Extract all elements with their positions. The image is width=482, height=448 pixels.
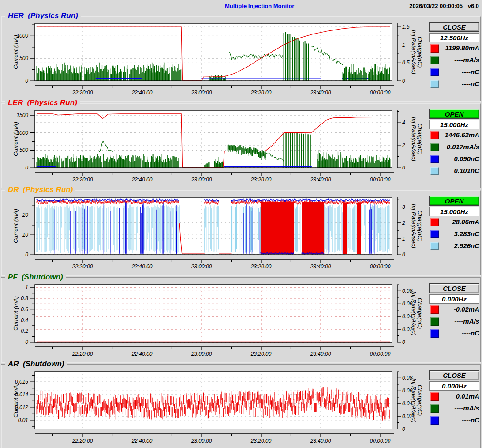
svg-text:0: 0: [402, 78, 405, 84]
svg-text:23:40:00: 23:40:00: [310, 351, 331, 357]
ar-blue-value: ----nC: [462, 416, 479, 424]
dr-injection-frequency-field[interactable]: 15.000Hz: [429, 207, 479, 216]
svg-text:00:00:00: 00:00:00: [370, 90, 391, 96]
her-gate-status-button[interactable]: CLOSE: [429, 22, 479, 32]
ler-chart: 05001000150002422:20:0022:40:0023:00:002…: [2, 104, 426, 185]
svg-text:Inj Rate(mA/sec): Inj Rate(mA/sec): [411, 291, 417, 336]
svg-text:22:20:00: 22:20:00: [72, 264, 93, 270]
dr-gate-status-button[interactable]: OPEN: [429, 196, 479, 206]
panel-pf: PF (Shutdown)00.20.40.60.8100.020.040.06…: [1, 277, 481, 363]
red-swatch-icon: [430, 131, 439, 139]
svg-text:23:40:00: 23:40:00: [310, 90, 331, 96]
svg-text:22:40:00: 22:40:00: [131, 90, 153, 96]
svg-text:22:40:00: 22:40:00: [131, 264, 153, 270]
ar-chart-svg: 0.010.0120.0140.01600.020.040.060.0822:2…: [2, 365, 426, 446]
svg-text:Charge(nC): Charge(nC): [417, 298, 423, 329]
green-swatch-icon: [430, 317, 439, 326]
ler-injection-frequency-field[interactable]: 15.000Hz: [429, 120, 479, 129]
dr-lightblue-value: 2.926nC: [454, 242, 479, 249]
svg-text:1500: 1500: [16, 112, 28, 118]
ar-legend-row-blue: ----nC: [429, 416, 480, 425]
svg-text:Current (mA): Current (mA): [12, 296, 19, 331]
ar-legend-row-green: ----mA/s: [429, 404, 480, 413]
her-blue-value: ----nC: [462, 68, 479, 75]
svg-text:22:40:00: 22:40:00: [131, 177, 153, 183]
blue-swatch-icon: [430, 155, 439, 163]
ar-gate-status-button[interactable]: CLOSE: [429, 370, 479, 380]
her-lightblue-value: ----nC: [462, 80, 479, 87]
svg-text:22:40:00: 22:40:00: [131, 351, 153, 357]
red-swatch-icon: [430, 218, 439, 226]
svg-text:00:00:00: 00:00:00: [370, 438, 391, 444]
pf-gate-status-button[interactable]: CLOSE: [429, 283, 479, 293]
green-swatch-icon: [430, 143, 439, 151]
svg-text:0.4: 0.4: [21, 317, 28, 324]
svg-text:0: 0: [25, 78, 28, 84]
svg-text:Inj Rate(mA/sec): Inj Rate(mA/sec): [411, 204, 417, 248]
panel-her: HER (Physics Run)0500100000.511.522:20:0…: [1, 16, 481, 102]
ler-legend-row-lightblue: 0.101nC: [429, 167, 480, 175]
pf-blue-value: ----nC: [462, 329, 479, 337]
dr-red-value: 28.06mA: [452, 218, 479, 226]
ler-red-value: 1446.62mA: [445, 131, 479, 139]
app-title: Multiple Injection Monitor: [225, 3, 294, 9]
svg-text:00:00:00: 00:00:00: [370, 177, 391, 183]
pf-chart-svg: 00.20.40.60.8100.020.040.060.0822:20:002…: [2, 278, 426, 359]
header-datetime-version: 2026/03/22 00:00:05 v6.0: [406, 3, 479, 9]
ler-legend-row-green: 0.017mA/s: [429, 143, 480, 151]
svg-text:23:20:00: 23:20:00: [250, 90, 272, 96]
ler-legend-row-blue: 0.090nC: [429, 155, 480, 163]
ler-legend-row-red: 1446.62mA: [429, 131, 480, 139]
ar-red-value: 0.01mA: [456, 392, 479, 400]
ar-injection-frequency-field[interactable]: 0.000Hz: [429, 381, 479, 391]
pf-legend-row-green: ----mA/s: [429, 317, 480, 326]
her-green-value: ----mA/s: [454, 56, 479, 64]
pf-red-value: -0.02mA: [454, 305, 479, 313]
svg-text:Charge(nC): Charge(nC): [417, 37, 423, 68]
svg-text:23:00:00: 23:00:00: [191, 177, 212, 183]
pf-injection-frequency-field[interactable]: 0.000Hz: [429, 294, 479, 304]
dr-chart-svg: 01020012322:20:0022:40:0023:00:0023:20:0…: [2, 191, 426, 272]
pf-legend-row-blue: ----nC: [429, 329, 480, 338]
header-version: v6.0: [468, 3, 479, 9]
svg-text:23:20:00: 23:20:00: [250, 177, 272, 183]
svg-text:22:20:00: 22:20:00: [72, 90, 93, 96]
her-legend-row-blue: ----nC: [429, 68, 480, 76]
svg-text:23:00:00: 23:00:00: [191, 264, 212, 270]
panel-ler: LER (Physics Run)05001000150002422:20:00…: [1, 103, 481, 188]
ler-lightblue-value: 0.101nC: [454, 167, 479, 174]
ler-panel-title: LER (Physics Run): [5, 98, 80, 107]
svg-text:0.8: 0.8: [21, 295, 28, 301]
her-red-value: 1199.80mA: [445, 44, 479, 52]
svg-text:0.5: 0.5: [402, 60, 410, 66]
svg-text:22:20:00: 22:20:00: [72, 438, 93, 444]
svg-text:500: 500: [19, 55, 28, 61]
injection-monitor-window: Multiple Injection Monitor 2026/03/22 00…: [0, 0, 482, 448]
her-injection-frequency-field[interactable]: 12.500Hz: [429, 33, 479, 42]
svg-text:10: 10: [22, 232, 29, 238]
ler-chart-svg: 05001000150002422:20:0022:40:0023:00:002…: [2, 104, 426, 185]
dr-legend-row-blue: 3.283nC: [429, 230, 480, 238]
svg-text:Charge(nC): Charge(nC): [417, 124, 423, 155]
svg-text:23:20:00: 23:20:00: [250, 264, 272, 270]
svg-text:1: 1: [402, 236, 405, 242]
ler-green-value: 0.017mA/s: [447, 143, 479, 151]
svg-text:1.5: 1.5: [402, 24, 410, 30]
her-legend-row-red: 1199.80mA: [429, 44, 480, 53]
svg-text:2: 2: [402, 220, 405, 226]
ar-panel-title: AR (Shutdown): [5, 360, 67, 369]
svg-text:23:20:00: 23:20:00: [250, 438, 272, 444]
dr-blue-value: 3.283nC: [454, 230, 479, 237]
lightblue-swatch-icon: [430, 167, 439, 175]
svg-text:4: 4: [402, 120, 405, 126]
red-swatch-icon: [430, 392, 439, 401]
svg-text:Charge(nC): Charge(nC): [417, 211, 423, 242]
ler-gate-status-button[interactable]: OPEN: [429, 109, 479, 119]
blue-swatch-icon: [430, 416, 439, 425]
svg-text:Inj Rate(mA/sec): Inj Rate(mA/sec): [411, 30, 417, 75]
ar-chart: 0.010.0120.0140.01600.020.040.060.0822:2…: [2, 365, 426, 446]
her-panel-title: HER (Physics Run): [5, 11, 81, 20]
her-legend-row-green: ----mA/s: [429, 56, 480, 64]
svg-text:500: 500: [19, 147, 28, 153]
her-chart: 0500100000.511.522:20:0022:40:0023:00:00…: [2, 17, 426, 98]
